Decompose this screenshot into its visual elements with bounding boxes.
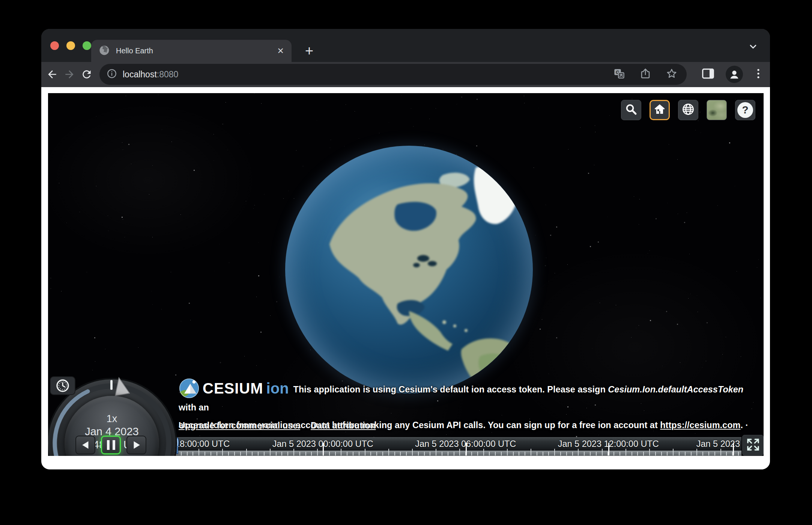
url-host: localhost	[123, 69, 157, 80]
tab-favicon-globe-icon	[99, 45, 110, 57]
fullscreen-button[interactable]	[742, 435, 764, 456]
scene-mode-picker-button[interactable]	[678, 100, 698, 120]
browser-window: Hello Earth ✕ +	[41, 29, 770, 469]
data-attribution-link[interactable]: Data attribution	[311, 421, 376, 431]
home-view-button[interactable]	[650, 100, 670, 120]
home-icon	[653, 103, 666, 118]
play-reverse-icon	[80, 439, 91, 451]
base-layer-picker-button[interactable]	[707, 100, 727, 120]
traffic-lights	[50, 41, 91, 50]
play-forward-icon	[131, 439, 142, 451]
translate-icon[interactable]: G	[613, 68, 625, 81]
address-bar[interactable]: localhost:8080 G	[99, 64, 687, 85]
clock-icon	[55, 378, 70, 393]
tab-close-icon[interactable]: ✕	[277, 46, 284, 56]
animation-buttons	[75, 436, 146, 454]
tab-hello-earth[interactable]: Hello Earth ✕	[91, 40, 292, 62]
cesium-com-link[interactable]: https://cesium.com	[660, 420, 740, 430]
animation-widget: 1x Jan 4 2023 17:48:01 UTC	[48, 379, 176, 456]
profile-avatar[interactable]	[726, 66, 743, 83]
fullscreen-icon	[745, 437, 761, 454]
cesium-canvas[interactable]: ?	[48, 93, 764, 456]
cesium-ion-logo[interactable]: CESIUM ion	[179, 378, 289, 399]
browser-toolbar: localhost:8080 G	[41, 62, 770, 87]
help-icon: ?	[737, 102, 753, 118]
side-panel-icon[interactable]	[701, 66, 715, 82]
credit-line1-post: with an	[179, 403, 209, 412]
credit-links: Upgrade for commercial use. Data attribu…	[179, 421, 376, 431]
timeline-bar[interactable]: 18:00:00 UTC Jan 5 2023 00:00:00 UTC Jan…	[173, 437, 741, 456]
timeline-label: 18:00:00 UTC	[175, 439, 230, 449]
toolbar-right-actions	[701, 66, 763, 83]
logo-brand-text: CESIUM	[203, 380, 263, 397]
pause-button[interactable]	[101, 436, 121, 454]
tab-strip: Hello Earth ✕ +	[41, 29, 770, 62]
play-forward-button[interactable]	[126, 436, 146, 454]
share-icon[interactable]	[639, 68, 651, 81]
credit-token-code: Cesium.Ion.defaultAccessToken	[608, 385, 743, 394]
zoom-window-button[interactable]	[83, 41, 91, 50]
screenshot-root: Hello Earth ✕ +	[0, 0, 812, 525]
kebab-menu-icon[interactable]	[753, 67, 763, 81]
globe-wireframe-icon	[681, 102, 695, 118]
play-reverse-button[interactable]	[75, 436, 95, 454]
help-button[interactable]: ?	[735, 100, 755, 120]
bookmark-star-icon[interactable]	[666, 68, 678, 81]
credit-line1-pre: This application is using Cesium's defau…	[293, 385, 608, 394]
starfield	[48, 93, 48, 94]
close-window-button[interactable]	[50, 41, 59, 50]
address-bar-actions: G	[613, 68, 680, 81]
logo-product-text: ion	[266, 380, 289, 397]
url-port: :8080	[157, 69, 179, 80]
back-button[interactable]	[45, 67, 59, 81]
cesium-logo-icon	[179, 378, 200, 399]
cesium-toolbar: ?	[621, 100, 755, 120]
new-tab-button[interactable]: +	[302, 42, 317, 59]
pause-icon	[107, 440, 115, 450]
upgrade-link[interactable]: Upgrade for commercial use.	[179, 421, 300, 431]
geocoder-search-button[interactable]	[621, 100, 641, 120]
realtime-button[interactable]	[50, 376, 75, 395]
credit-line2-post: . ·	[740, 420, 748, 430]
earth-landmasses	[285, 146, 533, 394]
clock-multiplier: 1x	[107, 412, 117, 425]
search-icon	[624, 103, 638, 118]
tab-title: Hello Earth	[116, 47, 153, 55]
site-info-icon[interactable]	[106, 68, 117, 81]
minimize-window-button[interactable]	[66, 41, 75, 50]
earth-globe[interactable]	[285, 146, 533, 394]
tab-search-chevron-icon[interactable]	[747, 41, 759, 54]
reload-button[interactable]	[80, 67, 94, 81]
web-page: ?	[41, 87, 770, 469]
forward-button[interactable]	[62, 67, 77, 81]
